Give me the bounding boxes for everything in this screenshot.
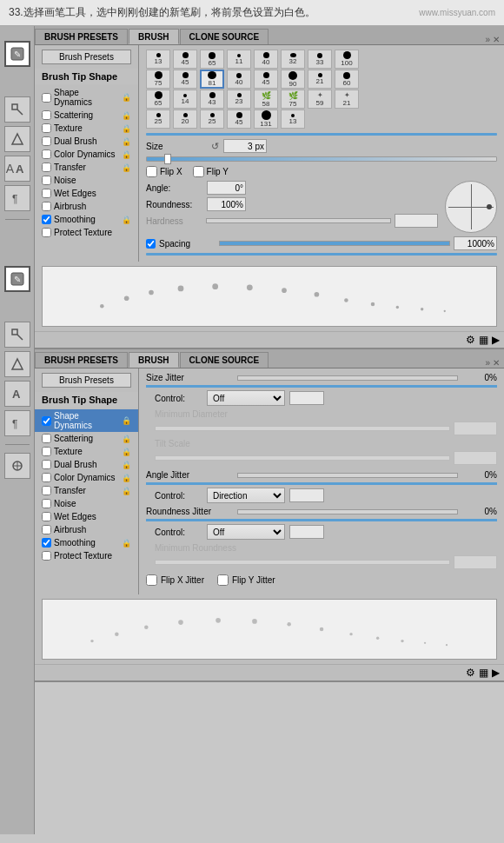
tool-9[interactable]	[4, 453, 30, 479]
tip-cell-1-6[interactable]: 21	[308, 70, 332, 89]
hardness-input-1[interactable]	[395, 214, 438, 228]
panel-arrow-icon-1[interactable]: ▶	[492, 334, 500, 346]
size-jitter-track[interactable]	[237, 375, 458, 381]
menu-item-shape-dynamics-1[interactable]: Shape Dynamics🔒	[35, 86, 138, 109]
min-roundness-track[interactable]	[155, 560, 450, 565]
menu-item-shape-dynamics-2[interactable]: Shape Dynamics🔒	[35, 409, 138, 432]
tip-cell-2-6[interactable]: ✦ 59	[308, 90, 332, 109]
compass-1[interactable]	[445, 181, 497, 233]
control-extra-3[interactable]	[289, 525, 324, 539]
tab-clone-source-2[interactable]: CLONE SOURCE	[180, 352, 269, 368]
tilt-scale-track[interactable]	[155, 455, 450, 461]
tip-cell-2-7[interactable]: ✦ 21	[335, 90, 359, 109]
tab-brush-2[interactable]: BRUSH	[129, 352, 179, 368]
control-select-3[interactable]: Off	[207, 524, 285, 540]
tip-cell-1-7[interactable]: 60	[335, 70, 359, 89]
tip-cell-2-5[interactable]: 🌿 75	[281, 90, 305, 109]
menu-item-transfer-2[interactable]: Transfer🔒	[35, 484, 138, 497]
tool-1[interactable]	[4, 96, 30, 123]
tool-8[interactable]: ¶	[4, 410, 30, 436]
tip-cell-3-0[interactable]: 25	[146, 110, 170, 129]
tip-cell-1-4[interactable]: 45	[254, 70, 278, 89]
tip-shape-header-2[interactable]: Brush Tip Shape	[35, 392, 138, 408]
hardness-track-1[interactable]	[206, 218, 391, 223]
menu-item-smoothing-2[interactable]: Smoothing🔒	[35, 536, 138, 549]
control-extra-2[interactable]	[289, 488, 324, 502]
brush-tool-icon[interactable]: ✎	[4, 41, 30, 67]
control-select-1[interactable]: Off	[207, 390, 285, 406]
angle-jitter-track[interactable]	[237, 473, 458, 478]
menu-item-noise-1[interactable]: Noise	[35, 174, 138, 187]
refresh-icon-1[interactable]: ↺	[211, 141, 219, 152]
tip-shape-header-1[interactable]: Brush Tip Shape	[35, 69, 138, 84]
panel-settings-icon-2[interactable]: ⚙	[466, 667, 475, 679]
menu-item-protect-texture-2[interactable]: Protect Texture	[35, 549, 138, 562]
spacing-checkbox-1[interactable]	[146, 239, 156, 249]
panel-arrow-icon-2[interactable]: ▶	[492, 667, 500, 679]
min-roundness-input[interactable]	[454, 555, 497, 569]
menu-item-airbrush-1[interactable]: Airbrush	[35, 200, 138, 213]
flip-x-item-1[interactable]: Flip X	[146, 166, 182, 177]
tip-cell-0-6[interactable]: 33	[308, 50, 332, 69]
panel-grid-icon-2[interactable]: ▦	[479, 667, 488, 679]
roundness-input-1[interactable]	[207, 197, 246, 211]
tip-cell-0-0[interactable]: 13	[146, 50, 170, 69]
control-extra-1[interactable]	[289, 391, 324, 405]
tool-4[interactable]: ¶	[4, 185, 30, 211]
menu-item-texture-2[interactable]: Texture🔒	[35, 445, 138, 458]
tip-cell-3-5[interactable]: 13	[281, 110, 305, 129]
tip-cell-1-5[interactable]: 90	[281, 70, 305, 89]
roundness-jitter-track[interactable]	[237, 509, 458, 514]
panel-settings-icon-1[interactable]: ⚙	[466, 334, 475, 346]
menu-item-texture-1[interactable]: Texture🔒	[35, 122, 138, 135]
tool-3[interactable]: A A	[4, 156, 30, 182]
tip-cell-0-3[interactable]: 11	[227, 50, 251, 69]
panel-close-icon-1[interactable]: ✕	[493, 35, 500, 44]
tip-cell-2-0[interactable]: 65	[146, 90, 170, 109]
panel-grid-icon-1[interactable]: ▦	[479, 334, 488, 346]
tab-clone-source-1[interactable]: CLONE SOURCE	[180, 29, 269, 44]
tip-cell-0-2[interactable]: 65	[200, 50, 224, 69]
tip-cell-3-4[interactable]: 131	[254, 110, 278, 129]
menu-item-smoothing-1[interactable]: Smoothing🔒	[35, 213, 138, 226]
spacing-track-1[interactable]	[219, 241, 450, 246]
menu-item-dual-brush-1[interactable]: Dual Brush🔒	[35, 135, 138, 148]
menu-item-scattering-2[interactable]: Scattering🔒	[35, 432, 138, 445]
tip-cell-1-3[interactable]: 40	[227, 70, 251, 89]
tip-cell-0-1[interactable]: 45	[173, 50, 197, 69]
flip-y-jitter-item[interactable]: Flip Y Jitter	[217, 574, 275, 586]
tip-cell-0-7[interactable]: 100	[335, 50, 359, 69]
flip-x-jitter-item[interactable]: Flip X Jitter	[146, 574, 204, 586]
tool-5[interactable]	[4, 322, 30, 348]
tip-cell-2-1[interactable]: 14	[173, 90, 197, 109]
tool-6[interactable]	[4, 351, 30, 377]
tip-cell-1-2[interactable]: 81	[200, 70, 224, 89]
tip-cell-2-2[interactable]: 43	[200, 90, 224, 109]
presets-btn-1[interactable]: Brush Presets	[42, 50, 131, 64]
tip-cell-1-0[interactable]: 75	[146, 70, 170, 89]
menu-item-dual-brush-2[interactable]: Dual Brush🔒	[35, 458, 138, 471]
presets-btn-2[interactable]: Brush Presets	[42, 373, 131, 388]
tab-brush-1[interactable]: BRUSH	[129, 29, 179, 44]
menu-item-wet-edges-2[interactable]: Wet Edges	[35, 510, 138, 523]
tip-cell-0-5[interactable]: 32	[281, 50, 305, 69]
min-diameter-input[interactable]	[454, 422, 497, 435]
angle-input-1[interactable]	[207, 181, 246, 195]
tip-cell-2-4[interactable]: 🌿 58	[254, 90, 278, 109]
tilt-scale-input[interactable]	[454, 451, 497, 465]
menu-item-noise-2[interactable]: Noise	[35, 497, 138, 510]
menu-item-color-dynamics-1[interactable]: Color Dynamics🔒	[35, 148, 138, 161]
menu-item-wet-edges-1[interactable]: Wet Edges	[35, 187, 138, 200]
tool-7[interactable]: A	[4, 381, 30, 407]
tip-cell-3-1[interactable]: 20	[173, 110, 197, 129]
spacing-input-1[interactable]	[454, 236, 497, 250]
control-select-2[interactable]: Direction	[207, 488, 285, 503]
menu-item-scattering-1[interactable]: Scattering🔒	[35, 109, 138, 122]
tab-brush-presets-2[interactable]: BRUSH PRESETS	[35, 352, 128, 368]
menu-item-transfer-1[interactable]: Transfer🔒	[35, 161, 138, 174]
panel-close-icon-2[interactable]: ✕	[493, 358, 500, 368]
panel-expand-icon-2[interactable]: »	[485, 358, 490, 368]
size-input-1[interactable]	[223, 139, 267, 153]
menu-item-airbrush-2[interactable]: Airbrush	[35, 523, 138, 536]
tip-cell-3-2[interactable]: 25	[200, 110, 224, 129]
